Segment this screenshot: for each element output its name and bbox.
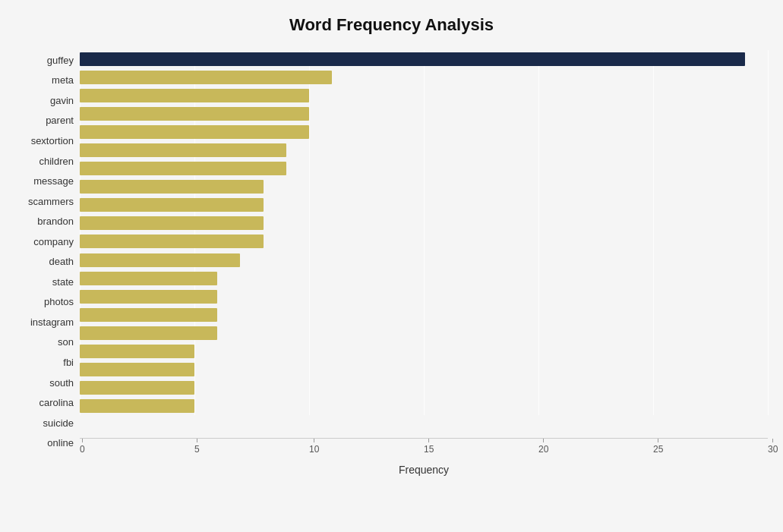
bar-guffey [80, 52, 745, 66]
x-tick-mark-25 [658, 439, 658, 442]
x-tick-label-30: 30 [768, 444, 778, 455]
bar-photos [80, 272, 217, 285]
y-label-children: children [39, 156, 74, 166]
x-tick-0: 0 [80, 439, 85, 455]
x-tick-10: 10 [309, 439, 319, 455]
y-label-gavin: gavin [50, 96, 74, 105]
y-label-south: south [49, 378, 74, 388]
bars-wrapper [80, 50, 768, 438]
bar-row-guffey [80, 50, 768, 68]
y-label-guffey: guffey [47, 55, 74, 65]
bar-sextortion [80, 125, 309, 139]
y-label-death: death [49, 257, 74, 266]
y-axis: guffeymetagavinparentsextortionchildrenm… [15, 50, 80, 476]
x-tick-label-5: 5 [194, 444, 200, 455]
y-label-photos: photos [44, 297, 74, 307]
y-label-scammers: scammers [28, 197, 74, 206]
bar-carolina [80, 363, 194, 376]
bar-son [80, 308, 217, 322]
bar-row-parent [80, 105, 768, 123]
y-label-meta: meta [52, 75, 74, 85]
x-tick-mark-10 [314, 439, 314, 442]
bar-row-suicide [80, 379, 768, 397]
x-tick-label-15: 15 [424, 444, 434, 455]
x-tick-mark-5 [197, 439, 197, 442]
bar-death [80, 235, 264, 248]
y-label-son: son [58, 337, 74, 347]
plot-area: 051015202530 Frequency [80, 50, 768, 476]
bar-state [80, 253, 240, 267]
y-label-online: online [47, 438, 74, 448]
x-tick-20: 20 [538, 439, 548, 455]
x-tick-25: 25 [653, 439, 663, 455]
bar-row-photos [80, 269, 768, 288]
bar-meta [80, 71, 332, 84]
bar-south [80, 345, 194, 358]
bar-children [80, 143, 286, 157]
bar-row-brandon [80, 196, 768, 214]
bar-row-children [80, 141, 768, 159]
bar-row-carolina [80, 360, 768, 379]
bar-row-meta [80, 68, 768, 87]
x-tick-mark-15 [428, 439, 429, 442]
x-tick-label-0: 0 [80, 444, 85, 455]
y-label-brandon: brandon [37, 216, 74, 226]
bar-fbi [80, 326, 217, 340]
bar-row-death [80, 232, 768, 250]
x-axis-title: Frequency [80, 464, 768, 476]
bar-row-fbi [80, 324, 768, 342]
y-label-company: company [33, 237, 74, 247]
x-tick-30: 30 [768, 439, 778, 455]
bar-message [80, 162, 286, 175]
bar-online [80, 399, 194, 413]
bar-row-sextortion [80, 123, 768, 141]
x-tick-mark-30 [772, 439, 773, 442]
bar-scammers [80, 180, 264, 194]
bar-row-scammers [80, 178, 768, 196]
bar-row-son [80, 306, 768, 324]
y-label-carolina: carolina [39, 398, 74, 408]
x-tick-5: 5 [194, 439, 200, 455]
x-tick-mark-20 [543, 439, 544, 442]
x-tick-label-10: 10 [309, 444, 319, 455]
x-axis: 051015202530 [80, 438, 768, 461]
grid-line-30 [768, 50, 769, 415]
bar-row-message [80, 159, 768, 178]
x-tick-15: 15 [424, 439, 434, 455]
bar-brandon [80, 198, 264, 212]
bar-suicide [80, 381, 194, 395]
y-label-fbi: fbi [63, 357, 74, 367]
chart-area: guffeymetagavinparentsextortionchildrenm… [15, 50, 768, 476]
y-label-sextortion: sextortion [31, 136, 74, 146]
bar-row-online [80, 397, 768, 415]
y-label-parent: parent [46, 115, 74, 125]
x-tick-label-25: 25 [653, 444, 663, 455]
bar-row-instagram [80, 288, 768, 306]
bar-parent [80, 107, 309, 121]
y-label-state: state [52, 277, 74, 287]
bar-row-south [80, 342, 768, 360]
bar-instagram [80, 290, 217, 304]
bar-row-company [80, 214, 768, 232]
bar-row-state [80, 251, 768, 269]
y-label-suicide: suicide [43, 418, 74, 428]
bar-row-gavin [80, 87, 768, 105]
bar-company [80, 216, 264, 230]
x-tick-mark-0 [82, 439, 83, 442]
y-label-message: message [33, 176, 74, 186]
y-label-instagram: instagram [30, 317, 74, 327]
chart-title: Word Frequency Analysis [15, 15, 768, 35]
chart-container: Word Frequency Analysis guffeymetagavinp… [0, 0, 783, 532]
x-tick-label-20: 20 [538, 444, 548, 455]
bar-gavin [80, 89, 309, 102]
